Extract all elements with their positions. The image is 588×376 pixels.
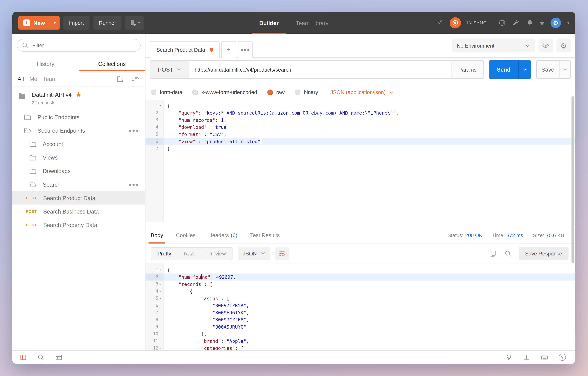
folder-open-icon <box>29 180 37 188</box>
tab-history[interactable]: History <box>12 57 79 71</box>
method-select[interactable]: POST <box>150 60 189 79</box>
mode-form-data[interactable]: form-data <box>151 89 182 95</box>
globe-icon[interactable] <box>498 19 506 27</box>
scope-all[interactable]: All <box>18 76 24 82</box>
sidebar-toggle-icon[interactable] <box>20 354 27 361</box>
folder-search[interactable]: Search ●●● <box>12 178 145 191</box>
copy-response-button[interactable] <box>489 249 498 258</box>
response-tab-body[interactable]: Body <box>151 227 163 243</box>
code-line-7[interactable]: 7} <box>145 145 575 152</box>
search-response-button[interactable] <box>504 249 513 258</box>
satellite-icon[interactable] <box>435 19 443 27</box>
mode-x-www-form-urlencoded[interactable]: x-www-form-urlencoded <box>192 89 257 95</box>
code-line-6[interactable]: 6 "view" : "product_all_nested" <box>145 138 575 145</box>
request-tab-active[interactable]: Search Product Data <box>150 41 220 58</box>
content-type-select[interactable]: JSON (application/json) <box>330 89 394 95</box>
view-pretty[interactable]: Pretty <box>151 248 178 260</box>
code-line-1[interactable]: 1▾{ <box>145 102 575 110</box>
response-body-editor[interactable]: 1▾{2 "num_found": 492697,3▾ "records": [… <box>145 263 575 350</box>
tab-builder[interactable]: Builder <box>259 12 279 34</box>
code-line-12[interactable]: 12▾ "categories": [ <box>145 345 575 350</box>
heart-icon[interactable]: ♥ <box>540 19 544 26</box>
folder-menu-icon[interactable]: ●●● <box>129 127 145 133</box>
params-button[interactable]: Params <box>452 60 484 79</box>
wrench-icon[interactable] <box>512 19 520 27</box>
code-line-5[interactable]: 5 "format" : "CSV", <box>145 131 575 138</box>
new-folder-icon[interactable] <box>117 75 125 83</box>
view-preview[interactable]: Preview <box>201 248 232 260</box>
request-body-editor[interactable]: 1▾{2 "query": "keys:* AND sourceURLs:(am… <box>145 100 575 222</box>
response-tab-cookies[interactable]: Cookies <box>176 227 196 243</box>
send-dropdown-caret[interactable] <box>518 60 531 79</box>
code-line-2[interactable]: 2 "num_found": 492697, <box>145 273 575 281</box>
folder-public-endpoints[interactable]: Public Endpoints <box>12 110 145 124</box>
help-icon[interactable]: ? <box>559 354 566 361</box>
url-input[interactable] <box>189 60 451 79</box>
mode-raw[interactable]: raw <box>267 89 285 95</box>
filter-input[interactable] <box>17 39 141 52</box>
folder-account[interactable]: Account <box>12 137 145 151</box>
two-pane-icon[interactable] <box>523 354 530 361</box>
code-line-3[interactable]: 3▾ "records": [ <box>145 281 575 288</box>
environment-settings-button[interactable]: ⚙ <box>556 39 571 52</box>
save-response-button[interactable]: Save Response <box>519 247 568 260</box>
code-line-3[interactable]: 3 "num_records": 1, <box>145 116 575 124</box>
response-tab-test-results[interactable]: Test Results <box>250 227 280 243</box>
code-line-7[interactable]: 7 "B009ED6TYK", <box>145 309 575 316</box>
tab-team-library[interactable]: Team Library <box>296 12 328 34</box>
avatar[interactable]: ⚙ <box>550 18 561 28</box>
sync-status-icon[interactable] <box>449 17 461 29</box>
favorite-star-icon[interactable] <box>75 92 82 98</box>
code-line-9[interactable]: 9 "B00ASURUYQ" <box>145 323 575 330</box>
tab-collections[interactable]: Collections <box>79 57 145 71</box>
radio-icon <box>295 89 300 95</box>
scope-team[interactable]: Team <box>43 76 57 82</box>
gear-icon: ⚙ <box>560 42 567 49</box>
add-tab-button[interactable]: + <box>221 41 236 58</box>
send-button[interactable]: Send <box>489 60 518 79</box>
desktop-background: + New ▾ Import Runner ▾ Builder Team Lib… <box>0 0 588 376</box>
request-search-property-data[interactable]: POST Search Property Data <box>12 218 145 231</box>
code-line-8[interactable]: 8 "B0097CZJF8", <box>145 316 575 323</box>
runner-button[interactable]: Runner <box>93 16 122 30</box>
scope-me[interactable]: Me <box>30 76 37 82</box>
mode-binary[interactable]: binary <box>295 89 318 95</box>
code-line-4[interactable]: 4▾ { <box>145 288 575 295</box>
collection-datafiniti[interactable]: Datafiniti API v4 32 requests <box>12 87 145 110</box>
environment-select[interactable]: No Environment <box>452 39 535 52</box>
keyboard-icon[interactable] <box>540 354 549 361</box>
folder-views[interactable]: Views <box>12 151 145 164</box>
new-window-button[interactable]: ▾ <box>125 16 144 30</box>
code-line-4[interactable]: 4 "download" : true, <box>145 124 575 131</box>
view-raw[interactable]: Raw <box>178 248 201 260</box>
tab-overflow-button[interactable]: ●●● <box>238 41 253 58</box>
response-format-select[interactable]: JSON <box>238 247 270 260</box>
code-line-6[interactable]: 6 "B0097CZR5A", <box>145 302 575 309</box>
search-icon[interactable] <box>37 354 44 361</box>
console-icon[interactable] <box>55 354 63 361</box>
account-dropdown-caret[interactable]: ▾ <box>567 21 569 25</box>
new-button[interactable]: + New ▾ <box>18 16 60 30</box>
save-dropdown-caret[interactable] <box>559 60 571 79</box>
sort-icon[interactable] <box>131 75 140 83</box>
save-button[interactable]: Save <box>536 60 559 79</box>
environment-preview-button[interactable] <box>539 39 553 52</box>
code-line-10[interactable]: 10 ], <box>145 330 575 338</box>
bell-icon[interactable] <box>526 19 534 27</box>
scrollbar-thumb[interactable] <box>571 96 574 263</box>
code-line-5[interactable]: 5▾ "asins": [ <box>145 295 575 302</box>
folder-downloads[interactable]: Downloads <box>12 164 145 178</box>
lightbulb-icon[interactable] <box>505 354 513 361</box>
word-wrap-button[interactable] <box>275 247 289 260</box>
request-search-product-data[interactable]: POST Search Product Data <box>12 191 145 205</box>
eye-icon <box>542 42 549 49</box>
new-dropdown-caret[interactable]: ▾ <box>50 16 60 30</box>
code-line-11[interactable]: 11 "brand": "Apple", <box>145 338 575 345</box>
folder-menu-icon[interactable]: ●●● <box>129 181 145 187</box>
request-search-business-data[interactable]: POST Search Business Data <box>12 205 145 218</box>
code-line-1[interactable]: 1▾{ <box>145 266 575 273</box>
code-line-2[interactable]: 2 "query": "keys:* AND sourceURLs:(amazo… <box>145 109 575 116</box>
folder-secured-endpoints[interactable]: Secured Endpoints ●●● <box>12 124 145 137</box>
import-button[interactable]: Import <box>63 16 89 30</box>
response-tab-headers[interactable]: Headers (6) <box>208 227 237 243</box>
